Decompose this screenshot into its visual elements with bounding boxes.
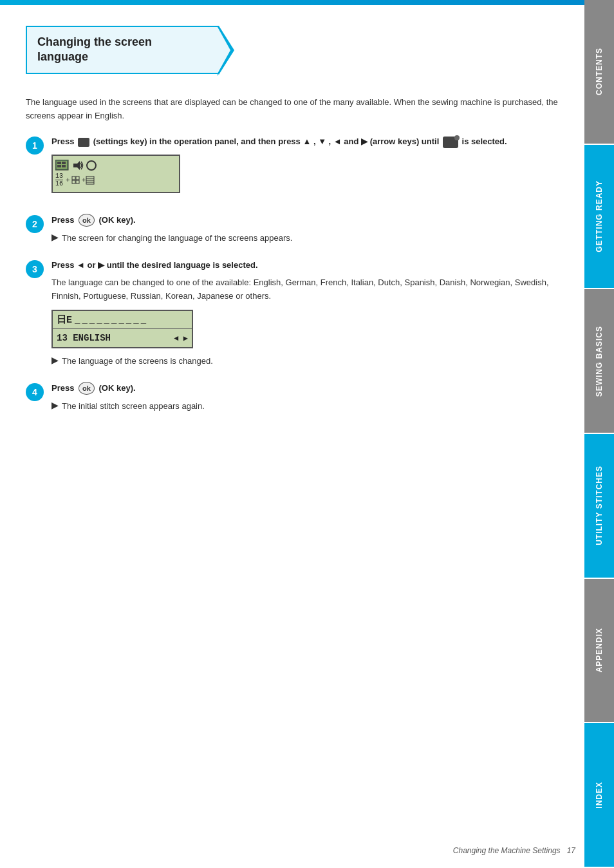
result-arrow-4: ▶	[51, 401, 58, 410]
step-3-number: 3	[26, 260, 44, 278]
step-4-number: 4	[26, 383, 44, 401]
lcd-dashes: __________	[75, 315, 148, 325]
sidebar-label-utility-stitches: UTILITY STITCHES	[595, 466, 604, 545]
step-4: 4 Press ok (OK key). ▶ The initial stitc…	[26, 382, 565, 413]
step-3-body-text: The language can be changed to one of th…	[51, 276, 565, 303]
step-1-content: Press (settings key) in the operation pa…	[51, 135, 565, 200]
sidebar-label-getting-ready: GETTING READY	[595, 180, 604, 252]
lcd-grid-icon	[71, 176, 80, 185]
svg-rect-5	[62, 165, 66, 167]
sidebar-section-appendix[interactable]: APPENDIX	[584, 579, 614, 724]
intro-text: The language used in the screens that ar…	[26, 96, 565, 123]
svg-rect-2	[57, 162, 61, 164]
main-content: Changing the screen language The languag…	[0, 5, 584, 453]
step-2-header: 2 Press ok (OK key). ▶ The screen for ch…	[26, 214, 565, 245]
step-4-header: 4 Press ok (OK key). ▶ The initial stitc…	[26, 382, 565, 413]
step-3-result-text: The language of the screens is changed.	[62, 355, 213, 368]
lcd-circle-icon	[86, 160, 97, 171]
section-header: Changing the screen language	[26, 26, 219, 74]
sidebar-label-appendix: APPENDIX	[595, 628, 604, 672]
sidebar-section-getting-ready[interactable]: GETTING READY	[584, 145, 614, 290]
step-2-instruction: Press ok (OK key).	[51, 214, 565, 227]
lcd-nav-arrows: ◄ ▶	[174, 334, 188, 343]
step-3-content: Press ◄ or ▶ until the desired language …	[51, 259, 565, 368]
svg-rect-9	[76, 176, 79, 180]
right-sidebar: CONTENTS GETTING READY SEWING BASICS UTI…	[584, 0, 614, 868]
svg-rect-10	[72, 180, 75, 184]
sidebar-label-sewing-basics: SEWING BASICS	[595, 326, 604, 397]
svg-rect-3	[62, 162, 66, 164]
lcd-top-row: 日E __________	[53, 311, 192, 329]
svg-rect-8	[72, 176, 75, 180]
step-2-result-text: The screen for changing the language of …	[62, 232, 292, 245]
step-1-instruction: Press (settings key) in the operation pa…	[51, 135, 565, 148]
header-arrow-inner	[218, 27, 230, 73]
top-bar	[0, 0, 614, 5]
lcd-screen-display-2: 日E __________ 13 ENGLISH ◄ ▶	[51, 310, 193, 348]
sidebar-section-sewing-basics[interactable]: SEWING BASICS	[584, 289, 614, 434]
page-number: 17	[567, 846, 575, 855]
sidebar-section-utility-stitches[interactable]: UTILITY STITCHES	[584, 434, 614, 579]
page-footer: Changing the Machine Settings 17	[453, 846, 575, 855]
lcd-screen-display-1: 13 16 + +	[51, 155, 180, 193]
step-2-content: Press ok (OK key). ▶ The screen for chan…	[51, 214, 565, 245]
lcd-settings-icon	[55, 160, 70, 171]
svg-rect-11	[76, 180, 79, 184]
step-1-header: 1 Press (settings key) in the operation …	[26, 135, 565, 200]
lcd-lang-icon: 日E	[57, 314, 72, 326]
step-4-result-text: The initial stitch screen appears again.	[62, 400, 205, 413]
step-3-instruction: Press ◄ or ▶ until the desired language …	[51, 259, 565, 272]
sidebar-section-index[interactable]: INDEX	[584, 723, 614, 868]
sidebar-label-contents: CONTENTS	[595, 48, 604, 95]
result-arrow-3: ▶	[51, 355, 58, 365]
sidebar-section-contents[interactable]: CONTENTS	[584, 0, 614, 145]
lcd-volume-icon	[72, 160, 84, 171]
footer-text: Changing the Machine Settings	[453, 846, 561, 855]
result-arrow-2: ▶	[51, 232, 58, 242]
lcd-fraction: 13 16	[55, 173, 63, 187]
svg-point-7	[87, 161, 96, 170]
step-3-header: 3 Press ◄ or ▶ until the desired languag…	[26, 259, 565, 368]
lcd-plus-icon: +	[66, 176, 70, 184]
step-3-result: ▶ The language of the screens is changed…	[51, 355, 565, 368]
step-2-result: ▶ The screen for changing the language o…	[51, 232, 565, 245]
svg-marker-6	[73, 161, 80, 170]
ok-button-inline-2: ok	[79, 214, 95, 227]
step-3: 3 Press ◄ or ▶ until the desired languag…	[26, 259, 565, 368]
lcd-plus-icon2: +	[82, 176, 86, 184]
step-4-result: ▶ The initial stitch screen appears agai…	[51, 400, 565, 413]
step-2: 2 Press ok (OK key). ▶ The screen for ch…	[26, 214, 565, 245]
step-4-instruction: Press ok (OK key).	[51, 382, 565, 395]
svg-rect-4	[57, 165, 61, 167]
step-1-number: 1	[26, 137, 44, 155]
step-4-content: Press ok (OK key). ▶ The initial stitch …	[51, 382, 565, 413]
section-title: Changing the screen language	[37, 35, 207, 65]
sidebar-label-index: INDEX	[595, 782, 604, 809]
lcd-lang-text: 13 ENGLISH	[57, 333, 111, 343]
lcd-grid-icon2	[86, 176, 95, 185]
lcd-bottom-row: 13 ENGLISH ◄ ▶	[53, 329, 192, 347]
step-2-number: 2	[26, 215, 44, 233]
ok-button-inline-4: ok	[79, 382, 95, 395]
step-1: 1 Press (settings key) in the operation …	[26, 135, 565, 200]
